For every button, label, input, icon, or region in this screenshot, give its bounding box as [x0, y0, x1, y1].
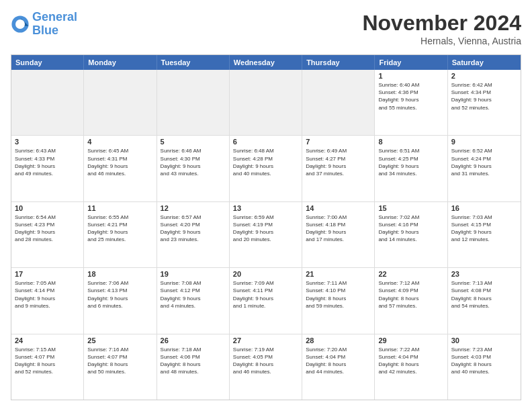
day-number: 22	[378, 270, 443, 278]
calendar-cell: 5Sunrise: 6:46 AM Sunset: 4:30 PM Daylig…	[157, 136, 230, 201]
day-number: 30	[451, 336, 517, 345]
calendar-cell: 18Sunrise: 7:06 AM Sunset: 4:13 PM Dayli…	[84, 268, 157, 333]
calendar-cell: 7Sunrise: 6:49 AM Sunset: 4:27 PM Daylig…	[302, 136, 375, 201]
day-number: 4	[87, 138, 152, 146]
logo-text: General Blue	[32, 11, 77, 38]
calendar-cell	[157, 70, 230, 135]
day-number: 12	[161, 204, 226, 212]
calendar-header: SundayMondayTuesdayWednesdayThursdayFrid…	[11, 55, 521, 70]
day-info: Sunrise: 7:18 AM Sunset: 4:06 PM Dayligh…	[161, 346, 226, 376]
calendar-row: 24Sunrise: 7:15 AM Sunset: 4:07 PM Dayli…	[11, 334, 521, 400]
day-info: Sunrise: 6:40 AM Sunset: 4:36 PM Dayligh…	[378, 81, 443, 111]
calendar-header-cell: Saturday	[448, 55, 521, 70]
day-info: Sunrise: 6:52 AM Sunset: 4:24 PM Dayligh…	[451, 147, 517, 177]
logo-line1: General	[32, 10, 77, 24]
calendar-cell: 11Sunrise: 6:55 AM Sunset: 4:21 PM Dayli…	[84, 202, 157, 267]
day-info: Sunrise: 7:12 AM Sunset: 4:09 PM Dayligh…	[378, 279, 443, 310]
day-info: Sunrise: 6:55 AM Sunset: 4:21 PM Dayligh…	[87, 214, 152, 244]
day-number: 6	[233, 138, 298, 146]
day-info: Sunrise: 6:49 AM Sunset: 4:27 PM Dayligh…	[306, 147, 371, 177]
day-info: Sunrise: 7:16 AM Sunset: 4:07 PM Dayligh…	[87, 346, 152, 376]
calendar-cell	[84, 70, 157, 135]
day-info: Sunrise: 7:03 AM Sunset: 4:15 PM Dayligh…	[451, 214, 517, 244]
month-title: November 2024	[362, 11, 521, 36]
calendar-cell: 4Sunrise: 6:45 AM Sunset: 4:31 PM Daylig…	[84, 136, 157, 201]
calendar-cell: 17Sunrise: 7:05 AM Sunset: 4:14 PM Dayli…	[11, 268, 84, 333]
day-number: 24	[15, 336, 80, 345]
day-number: 2	[451, 72, 517, 80]
calendar-header-cell: Wednesday	[230, 55, 302, 70]
calendar-cell: 1Sunrise: 6:40 AM Sunset: 4:36 PM Daylig…	[375, 70, 447, 135]
day-info: Sunrise: 7:00 AM Sunset: 4:18 PM Dayligh…	[306, 214, 371, 244]
calendar-cell: 8Sunrise: 6:51 AM Sunset: 4:25 PM Daylig…	[375, 136, 447, 201]
day-info: Sunrise: 7:08 AM Sunset: 4:12 PM Dayligh…	[161, 279, 226, 310]
calendar-cell: 10Sunrise: 6:54 AM Sunset: 4:23 PM Dayli…	[11, 202, 84, 267]
day-number: 9	[451, 138, 517, 146]
logo-line2: Blue	[32, 24, 58, 37]
day-info: Sunrise: 7:11 AM Sunset: 4:10 PM Dayligh…	[306, 279, 371, 310]
day-info: Sunrise: 6:45 AM Sunset: 4:31 PM Dayligh…	[87, 147, 152, 177]
day-info: Sunrise: 6:59 AM Sunset: 4:19 PM Dayligh…	[233, 214, 298, 244]
location: Hernals, Vienna, Austria	[362, 36, 521, 46]
day-number: 26	[161, 336, 226, 345]
day-number: 29	[378, 336, 443, 345]
calendar-cell	[230, 70, 302, 135]
day-number: 28	[306, 336, 371, 345]
day-number: 3	[15, 138, 80, 146]
calendar: SundayMondayTuesdayWednesdayThursdayFrid…	[11, 54, 521, 400]
calendar-cell: 23Sunrise: 7:13 AM Sunset: 4:08 PM Dayli…	[448, 268, 521, 333]
header: General Blue November 2024 Hernals, Vien…	[11, 11, 521, 46]
day-number: 16	[451, 204, 517, 212]
calendar-row: 1Sunrise: 6:40 AM Sunset: 4:36 PM Daylig…	[11, 70, 521, 135]
day-number: 13	[233, 204, 298, 212]
day-number: 17	[15, 270, 80, 278]
day-number: 1	[378, 72, 443, 80]
logo-icon	[11, 15, 30, 34]
day-info: Sunrise: 6:51 AM Sunset: 4:25 PM Dayligh…	[378, 147, 443, 177]
title-block: November 2024 Hernals, Vienna, Austria	[362, 11, 521, 46]
calendar-header-cell: Tuesday	[157, 55, 230, 70]
day-info: Sunrise: 6:46 AM Sunset: 4:30 PM Dayligh…	[161, 147, 226, 177]
calendar-cell: 13Sunrise: 6:59 AM Sunset: 4:19 PM Dayli…	[230, 202, 302, 267]
calendar-cell: 20Sunrise: 7:09 AM Sunset: 4:11 PM Dayli…	[230, 268, 302, 333]
calendar-cell: 3Sunrise: 6:43 AM Sunset: 4:33 PM Daylig…	[11, 136, 84, 201]
svg-point-2	[15, 19, 25, 29]
day-info: Sunrise: 7:22 AM Sunset: 4:04 PM Dayligh…	[378, 346, 443, 376]
calendar-cell	[302, 70, 375, 135]
day-info: Sunrise: 7:19 AM Sunset: 4:05 PM Dayligh…	[233, 346, 298, 376]
calendar-row: 3Sunrise: 6:43 AM Sunset: 4:33 PM Daylig…	[11, 135, 521, 201]
calendar-cell: 14Sunrise: 7:00 AM Sunset: 4:18 PM Dayli…	[302, 202, 375, 267]
day-info: Sunrise: 6:43 AM Sunset: 4:33 PM Dayligh…	[15, 147, 80, 177]
calendar-cell: 27Sunrise: 7:19 AM Sunset: 4:05 PM Dayli…	[230, 334, 302, 400]
calendar-header-cell: Monday	[84, 55, 157, 70]
calendar-cell: 25Sunrise: 7:16 AM Sunset: 4:07 PM Dayli…	[84, 334, 157, 400]
day-info: Sunrise: 6:54 AM Sunset: 4:23 PM Dayligh…	[15, 214, 80, 244]
day-number: 25	[87, 336, 152, 345]
calendar-header-cell: Thursday	[302, 55, 375, 70]
calendar-header-cell: Sunday	[11, 55, 84, 70]
calendar-cell: 15Sunrise: 7:02 AM Sunset: 4:16 PM Dayli…	[375, 202, 447, 267]
calendar-cell: 22Sunrise: 7:12 AM Sunset: 4:09 PM Dayli…	[375, 268, 447, 333]
day-info: Sunrise: 7:09 AM Sunset: 4:11 PM Dayligh…	[233, 279, 298, 310]
day-number: 27	[233, 336, 298, 345]
calendar-cell: 6Sunrise: 6:48 AM Sunset: 4:28 PM Daylig…	[230, 136, 302, 201]
calendar-cell: 16Sunrise: 7:03 AM Sunset: 4:15 PM Dayli…	[448, 202, 521, 267]
day-number: 15	[378, 204, 443, 212]
calendar-cell: 12Sunrise: 6:57 AM Sunset: 4:20 PM Dayli…	[157, 202, 230, 267]
calendar-header-cell: Friday	[375, 55, 447, 70]
calendar-cell: 29Sunrise: 7:22 AM Sunset: 4:04 PM Dayli…	[375, 334, 447, 400]
day-info: Sunrise: 7:05 AM Sunset: 4:14 PM Dayligh…	[15, 279, 80, 310]
calendar-row: 17Sunrise: 7:05 AM Sunset: 4:14 PM Dayli…	[11, 267, 521, 333]
day-info: Sunrise: 7:13 AM Sunset: 4:08 PM Dayligh…	[451, 279, 517, 310]
day-number: 10	[15, 204, 80, 212]
day-number: 7	[306, 138, 371, 146]
day-info: Sunrise: 7:06 AM Sunset: 4:13 PM Dayligh…	[87, 279, 152, 310]
calendar-cell: 30Sunrise: 7:23 AM Sunset: 4:03 PM Dayli…	[448, 334, 521, 400]
day-info: Sunrise: 6:48 AM Sunset: 4:28 PM Dayligh…	[233, 147, 298, 177]
day-info: Sunrise: 6:42 AM Sunset: 4:34 PM Dayligh…	[451, 81, 517, 111]
calendar-cell	[11, 70, 84, 135]
day-number: 20	[233, 270, 298, 278]
calendar-cell: 28Sunrise: 7:20 AM Sunset: 4:04 PM Dayli…	[302, 334, 375, 400]
calendar-cell: 2Sunrise: 6:42 AM Sunset: 4:34 PM Daylig…	[448, 70, 521, 135]
day-info: Sunrise: 7:23 AM Sunset: 4:03 PM Dayligh…	[451, 346, 517, 376]
